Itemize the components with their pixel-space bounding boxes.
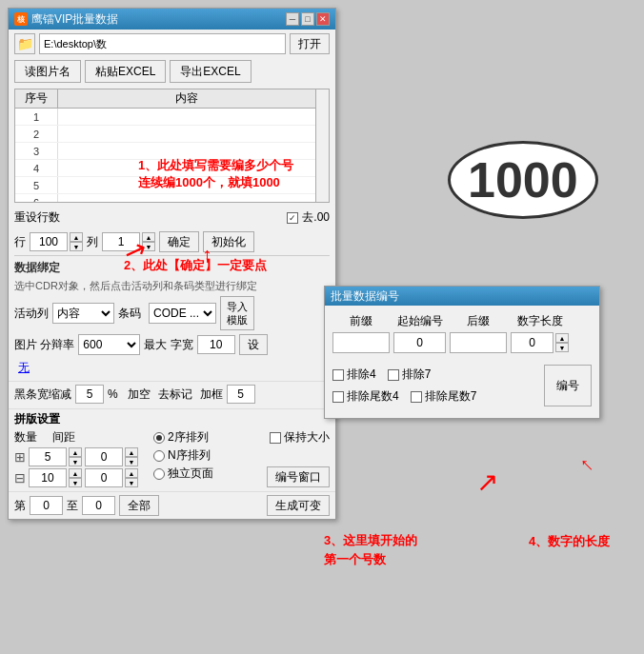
radio-individual[interactable]: 独立页面: [153, 466, 213, 482]
max-width-input[interactable]: [197, 335, 235, 354]
num2-up[interactable]: ▲: [69, 468, 82, 478]
table-row: 2: [15, 126, 329, 143]
frame-value-input[interactable]: [227, 385, 255, 404]
big-number: 1000: [468, 152, 578, 208]
row-col-settings: 重设行数 去.00: [9, 207, 335, 228]
spacing2-input[interactable]: [85, 468, 123, 487]
spacing2-down[interactable]: ▼: [125, 478, 138, 487]
export-excel-button[interactable]: 导出EXCEL: [170, 60, 251, 83]
init-button[interactable]: 初始化: [203, 231, 254, 252]
spacing2-spinbox: ▲ ▼: [85, 468, 138, 487]
exclude-tail4-label: 排除尾数4: [347, 388, 399, 405]
paste-excel-button[interactable]: 粘贴EXCEL: [85, 60, 166, 83]
add-frame-label: 加框: [200, 386, 223, 403]
row-num: 6: [15, 194, 58, 203]
exclude7-checkbox[interactable]: [388, 369, 399, 381]
big-number-callout: 1000: [448, 141, 598, 219]
length-up[interactable]: ▲: [555, 333, 569, 343]
length-down[interactable]: ▼: [555, 343, 569, 352]
layout-header-labels: 数量 间距: [14, 429, 138, 446]
all-button[interactable]: 全部: [119, 495, 159, 516]
layout-row-1: ⊞ ▲ ▼ ▲ ▼: [14, 447, 138, 466]
radio-individual-button[interactable]: [153, 468, 165, 480]
exclude7-item: 排除7: [388, 367, 432, 383]
import-template-button[interactable]: 导入 模版: [220, 296, 254, 330]
length-label: 数字长度: [511, 313, 569, 329]
start-range-input[interactable]: [30, 496, 63, 515]
barcode-reduce-input[interactable]: [75, 385, 104, 404]
row-content: [58, 109, 329, 125]
num1-input[interactable]: [29, 447, 67, 466]
spacing1-down[interactable]: ▼: [125, 457, 138, 466]
remove-decimal-checkbox[interactable]: [287, 212, 298, 224]
reset-rows-label: 重设行数: [14, 209, 60, 226]
close-button[interactable]: ✕: [316, 12, 330, 26]
row-label: 行: [14, 234, 26, 250]
spacing1-input[interactable]: [85, 447, 123, 466]
prefix-col: 前缀: [332, 313, 390, 353]
col-up-button[interactable]: ▲: [142, 232, 155, 242]
open-button[interactable]: 打开: [290, 33, 330, 54]
table-scrollbar[interactable]: [315, 89, 329, 202]
num1-down[interactable]: ▼: [69, 457, 82, 466]
radio-nseq-button[interactable]: [153, 450, 165, 462]
table-row: 4: [15, 160, 329, 177]
radio-2seq-button[interactable]: [153, 432, 165, 444]
folder-button[interactable]: 📁: [14, 33, 35, 54]
keep-size-checkbox[interactable]: [270, 432, 281, 444]
col-input[interactable]: [102, 232, 140, 251]
start-num-input[interactable]: [393, 332, 446, 353]
generate-button[interactable]: 生成可变: [267, 495, 330, 516]
row-content: [58, 177, 329, 193]
encode-button[interactable]: 编号: [544, 365, 592, 406]
checkboxes-area: 排除4 排除7 排除尾数4 排除尾数7: [332, 361, 544, 410]
spacing2-up[interactable]: ▲: [125, 468, 138, 478]
maximize-button[interactable]: □: [301, 12, 314, 26]
exclude7-label: 排除7: [402, 367, 432, 383]
exclude4-checkbox[interactable]: [332, 369, 344, 381]
num1-up[interactable]: ▲: [69, 447, 82, 457]
spacing1-up[interactable]: ▲: [125, 447, 138, 457]
num2-down[interactable]: ▼: [69, 478, 82, 487]
length-spinbox: ▲ ▼: [511, 332, 569, 353]
read-image-name-button[interactable]: 读图片名: [14, 60, 81, 83]
action-buttons-row: 读图片名 粘贴EXCEL 导出EXCEL: [9, 58, 335, 85]
row1-icon: ⊞: [14, 449, 26, 465]
minimize-button[interactable]: ─: [286, 12, 299, 26]
col-down-button[interactable]: ▼: [142, 242, 155, 251]
row-input[interactable]: [30, 232, 68, 251]
radio-2seq[interactable]: 2序排列: [153, 429, 213, 446]
row-up-button[interactable]: ▲: [70, 232, 83, 242]
radio-individual-label: 独立页面: [168, 466, 213, 482]
none-row: 无: [9, 357, 335, 379]
length-input[interactable]: [511, 332, 553, 353]
exclude-tail4-checkbox[interactable]: [332, 391, 344, 403]
exclude-tail4-item: 排除尾数4: [332, 388, 399, 405]
row-down-button[interactable]: ▼: [70, 242, 83, 251]
layout-row-2: ⊟ ▲ ▼ ▲ ▼: [14, 468, 138, 487]
num1-spinbox: ▲ ▼: [29, 447, 82, 466]
file-path-input[interactable]: [39, 33, 286, 54]
radio-nseq[interactable]: N序排列: [153, 447, 213, 464]
keep-size-row: 保持大小: [270, 429, 330, 446]
end-range-input[interactable]: [82, 496, 115, 515]
active-col-select[interactable]: 内容: [52, 303, 114, 324]
barcode-select[interactable]: CODE ...: [149, 303, 216, 324]
arrow-3: ↗: [476, 466, 498, 498]
confirm-button[interactable]: 确定: [159, 231, 199, 252]
num2-input[interactable]: [29, 468, 67, 487]
main-title-bar: 核 鹰镭VIP批量数据 ─ □ ✕: [9, 9, 335, 30]
row-num: 4: [15, 160, 58, 176]
suffix-input[interactable]: [450, 332, 507, 353]
set-button[interactable]: 设: [239, 334, 268, 355]
none-link[interactable]: 无: [14, 359, 33, 377]
row-num: 2: [15, 126, 58, 142]
row2-icon: ⊟: [14, 470, 26, 486]
resolution-select[interactable]: 600: [78, 334, 140, 355]
window-button[interactable]: 编号窗口: [267, 466, 330, 487]
batch-title-text: 批量数据编号: [331, 288, 399, 305]
last-row: 第 至 全部 生成可变: [9, 491, 335, 519]
num2-spinbox: ▲ ▼: [29, 468, 82, 487]
prefix-input[interactable]: [332, 332, 390, 353]
exclude-tail7-checkbox[interactable]: [411, 391, 422, 403]
